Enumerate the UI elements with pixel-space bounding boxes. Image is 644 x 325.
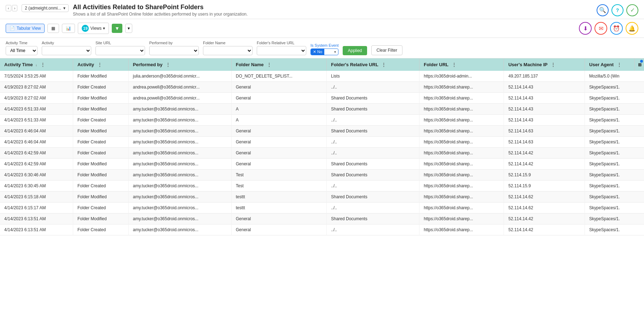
top-header: ‹ › 2 (admeight.onmi... ▾ All Activities…	[0, 0, 644, 19]
filter-button[interactable]: ▼	[112, 24, 122, 33]
table-row[interactable]: 4/14/2023 6:15:18 AMFolder Modifiedamy.t…	[0, 192, 644, 203]
table-row[interactable]: 4/14/2023 6:13:51 AMFolder Modifiedamy.t…	[0, 213, 644, 224]
table-row[interactable]: 4/19/2023 8:27:02 AMFolder Modifiedandre…	[0, 93, 644, 104]
col-menu-machine-ip[interactable]: ⋮	[551, 62, 555, 67]
col-menu-activity[interactable]: ⋮	[98, 62, 102, 67]
table-cell: 52.114.14.63	[504, 137, 585, 148]
column-settings-icon[interactable]: ⊞	[634, 58, 644, 71]
email-icon: ✉	[599, 25, 603, 32]
table-row[interactable]: 4/14/2023 6:46:04 AMFolder Modifiedamy.t…	[0, 126, 644, 137]
help-icon-btn[interactable]: ?	[611, 4, 623, 16]
performed-by-select[interactable]	[149, 46, 199, 55]
nav-prev-button[interactable]: ‹	[6, 5, 11, 11]
col-folder-relative-url: Folder's Relative URL ⋮	[326, 58, 419, 71]
tabular-view-button[interactable]: 📄 Tabular View	[6, 24, 45, 33]
table-cell: amy.tucker@o365droid.onmicros...	[128, 192, 231, 203]
chevron-down-icon: ▾	[63, 6, 65, 11]
table-row[interactable]: 4/14/2023 6:13:51 AMFolder Createdamy.tu…	[0, 224, 644, 235]
activity-time-select[interactable]: All Time	[6, 46, 37, 55]
table-cell: https://o365droid.sharep...	[419, 224, 504, 235]
table-cell: 52.114.14.63	[504, 126, 585, 137]
table-cell: https://o365droid-admin...	[419, 71, 504, 82]
table-cell: 4/14/2023 6:42:59 AM	[0, 159, 73, 170]
table-cell: amy.tucker@o365droid.onmicros...	[128, 213, 231, 224]
table-row[interactable]: 4/14/2023 6:51:33 AMFolder Createdamy.tu…	[0, 115, 644, 126]
page-subtitle: Shows a list of all SharePoint Online fo…	[73, 12, 248, 17]
table-cell: 52.114.14.43	[504, 115, 585, 126]
activity-select[interactable]	[42, 46, 91, 55]
table-row[interactable]: 4/14/2023 6:46:04 AMFolder Createdamy.tu…	[0, 137, 644, 148]
views-chevron-icon: ▾	[103, 26, 105, 31]
col-menu-performed-by[interactable]: ⋮	[166, 62, 170, 67]
table-cell: 4/19/2023 8:27:02 AM	[0, 93, 73, 104]
tabular-view-label: Tabular View	[17, 26, 41, 31]
schedule-button[interactable]: ⏰	[610, 22, 623, 35]
table-row[interactable]: 4/19/2023 8:27:02 AMFolder Createdandrea…	[0, 82, 644, 93]
clear-filter-button[interactable]: Clear Filter	[371, 45, 403, 55]
col-menu-folder-url[interactable]: ⋮	[452, 62, 456, 67]
folder-relative-url-select[interactable]	[257, 46, 306, 55]
table-cell: Shared Documents	[326, 126, 419, 137]
table-cell: A	[231, 115, 326, 126]
table-cell: SkypeSpaces/1.	[585, 192, 644, 203]
search-icon-btn[interactable]: 🔍	[597, 4, 609, 16]
table-cell: https://o365droid.sharep...	[419, 115, 504, 126]
activities-table: Activity Time ↓ ⋮ Activity ⋮ Performed b…	[0, 58, 644, 235]
table-cell: General	[231, 213, 326, 224]
chart-view-button[interactable]: 📊	[62, 24, 75, 33]
table-row[interactable]: 7/15/2024 3:53:25 AMFolder Modifiedjulia…	[0, 71, 644, 82]
table-row[interactable]: 4/14/2023 6:15:17 AMFolder Createdamy.tu…	[0, 203, 644, 213]
table-cell: 52.114.14.62	[504, 203, 585, 213]
filter-dropdown-button[interactable]: ▾	[125, 24, 132, 33]
table-cell: https://o365droid.sharep...	[419, 137, 504, 148]
alert-button[interactable]: 🔔	[626, 22, 638, 35]
table-cell: SkypeSpaces/1.	[585, 181, 644, 192]
table-row[interactable]: 4/14/2023 6:30:45 AMFolder Createdamy.tu…	[0, 181, 644, 192]
col-folder-name: Folder Name ⋮	[231, 58, 326, 71]
col-menu-user-agent[interactable]: ⋮	[617, 62, 621, 67]
site-url-select[interactable]	[95, 46, 145, 55]
table-cell: amy.tucker@o365droid.onmicros...	[128, 104, 231, 115]
email-button[interactable]: ✉	[594, 22, 607, 35]
col-menu-folder-name[interactable]: ⋮	[267, 62, 271, 67]
download-button[interactable]: ⬇	[579, 22, 592, 35]
table-cell: A	[231, 104, 326, 115]
folder-name-select[interactable]	[203, 46, 253, 55]
table-cell: Folder Created	[73, 115, 129, 126]
table-cell: Folder Created	[73, 82, 129, 93]
col-user-agent-label: User Agent	[589, 62, 614, 67]
table-cell: SkypeSpaces/1.	[585, 82, 644, 93]
col-machine-ip: User's Machine IP ⋮	[504, 58, 585, 71]
table-cell: ../..	[326, 137, 419, 148]
table-row[interactable]: 4/14/2023 6:42:59 AMFolder Createdamy.tu…	[0, 148, 644, 159]
grid-icon: ▦	[51, 26, 55, 31]
table-cell: amy.tucker@o365droid.onmicros...	[128, 126, 231, 137]
table-cell: 52.114.14.43	[504, 93, 585, 104]
views-dropdown[interactable]: 19 Views ▾	[78, 23, 109, 34]
table-row[interactable]: 4/14/2023 6:51:33 AMFolder Modifiedamy.t…	[0, 104, 644, 115]
table-row[interactable]: 4/14/2023 6:42:59 AMFolder Modifiedamy.t…	[0, 159, 644, 170]
table-cell: General	[231, 148, 326, 159]
table-cell: Folder Modified	[73, 126, 129, 137]
table-cell: SkypeSpaces/1.	[585, 104, 644, 115]
table-cell: Shared Documents	[326, 104, 419, 115]
table-cell: 52.114.14.42	[504, 224, 585, 235]
check-icon-btn[interactable]: ✓	[626, 4, 638, 16]
report-selector[interactable]: 2 (admeight.onmi... ▾	[22, 4, 69, 12]
page-title: All Activities Related to SharePoint Fol…	[73, 4, 248, 11]
col-folder-name-label: Folder Name	[236, 62, 264, 67]
applied-button[interactable]: Applied	[343, 46, 367, 55]
is-system-event-chevron[interactable]: ▾	[334, 50, 336, 54]
table-cell: ../..	[326, 148, 419, 159]
col-menu-activity-time[interactable]: ⋮	[41, 62, 45, 67]
sort-icon-activity-time[interactable]: ↓	[35, 63, 37, 67]
filter-x-tag[interactable]: ✕ No	[311, 49, 324, 55]
table-cell: Folder Created	[73, 137, 129, 148]
table-cell: https://o365droid.sharep...	[419, 170, 504, 181]
table-row[interactable]: 4/14/2023 6:30:46 AMFolder Modifiedamy.t…	[0, 170, 644, 181]
grid-view-button[interactable]: ▦	[47, 24, 59, 33]
nav-next-button[interactable]: ›	[12, 5, 18, 11]
table-cell: https://o365droid.sharep...	[419, 203, 504, 213]
site-url-filter: Site URL	[95, 41, 145, 55]
col-menu-folder-relative-url[interactable]: ⋮	[382, 62, 386, 67]
